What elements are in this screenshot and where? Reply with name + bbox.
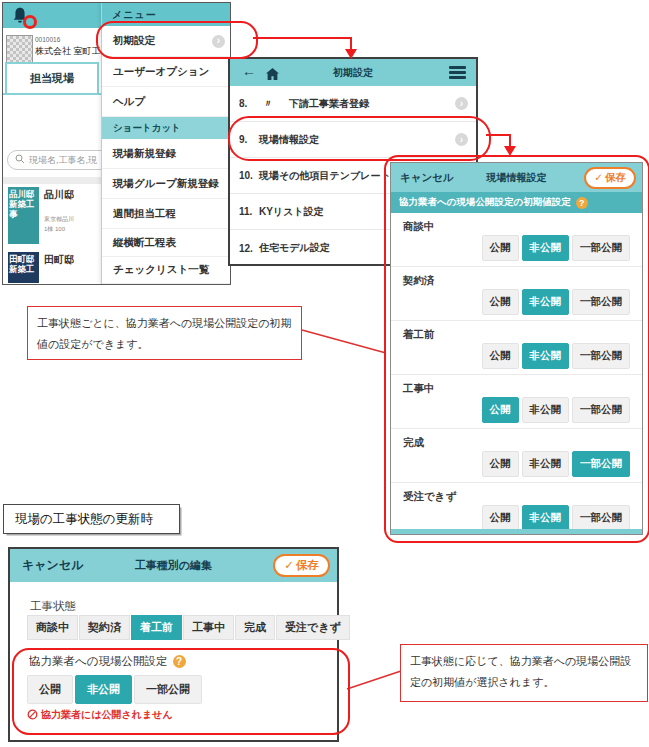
annotation-connector: [350, 37, 352, 50]
settings-item-site-info[interactable]: 9. 現場情報設定 ›: [230, 122, 476, 158]
site-info-header: キャンセル 現場情報設定 ✓ 保存: [391, 163, 642, 192]
option-private[interactable]: 非公開: [522, 235, 570, 261]
option-partial[interactable]: 一部公開: [572, 451, 630, 477]
status-in-progress[interactable]: 工事中: [183, 615, 234, 640]
option-partial[interactable]: 一部公開: [572, 505, 630, 531]
annotation-connector: [253, 37, 352, 39]
publish-setting-row: 着工前 公開 非公開 一部公開: [391, 321, 642, 375]
company-id: 0010016: [35, 36, 60, 43]
callout-default-selected: 工事状態に応じて、協力業者への現場公開設定の初期値が選択されます。: [400, 644, 648, 702]
option-private[interactable]: 非公開: [522, 289, 570, 315]
home-icon[interactable]: [266, 66, 279, 84]
option-public[interactable]: 公開: [482, 343, 519, 369]
site-thumbnail: 品川邸新築工事: [8, 187, 39, 244]
menu-section-shortcut: ショートカット: [102, 117, 231, 139]
option-public[interactable]: 公開: [27, 675, 73, 704]
hamburger-menu-icon[interactable]: [449, 66, 466, 82]
menu-item-help[interactable]: ヘルプ: [102, 87, 231, 117]
option-public[interactable]: 公開: [482, 235, 519, 261]
menu-item-initial-settings[interactable]: 初期設定 ›: [102, 26, 231, 57]
option-partial[interactable]: 一部公開: [572, 343, 630, 369]
publish-setting-row: 完成 公開 非公開 一部公開: [391, 429, 642, 483]
panel-footer-strip: [391, 529, 642, 534]
save-button[interactable]: ✓ 保存: [273, 554, 330, 577]
option-partial[interactable]: 一部公開: [134, 675, 202, 704]
annotation-arrow: [504, 146, 516, 156]
check-icon: ✓: [284, 558, 294, 573]
section-header: 協力業者への現場公開設定の初期値設定 ?: [391, 192, 642, 213]
publish-option-group: 公開 非公開 一部公開: [27, 675, 202, 704]
chevron-right-icon: ›: [212, 35, 225, 48]
work-status-segmented-control: 商談中 契約済 着工前 工事中 完成 受注できず: [27, 615, 350, 640]
app-menu: メニュー 初期設定 › ユーザーオプション ヘルプ ショートカット 現場新規登録…: [101, 3, 231, 284]
option-private[interactable]: 非公開: [75, 675, 132, 704]
chevron-right-icon: ›: [455, 133, 468, 146]
menu-item-new-site-group[interactable]: 現場グループ新規登録: [102, 169, 231, 199]
no-entry-icon: [27, 709, 38, 722]
search-icon: [15, 154, 25, 166]
option-private[interactable]: 非公開: [522, 451, 570, 477]
option-public[interactable]: 公開: [482, 289, 519, 315]
menu-item-user-options[interactable]: ユーザーオプション: [102, 57, 231, 87]
publish-setting-row: 工事中 公開 非公開 一部公開: [391, 375, 642, 429]
settings-item-subcontractor[interactable]: 8. 〃 下請工事業者登録 ›: [230, 86, 476, 122]
menu-item-new-site[interactable]: 現場新規登録: [102, 139, 231, 169]
cancel-button[interactable]: キャンセル: [22, 549, 83, 582]
work-status-label: 工事状態: [30, 599, 76, 614]
menu-item-inspection-list[interactable]: 点検一覧: [102, 284, 231, 285]
company-logo: [6, 35, 33, 64]
option-partial[interactable]: 一部公開: [572, 235, 630, 261]
menu-item-weekly-schedule[interactable]: 週間担当工程: [102, 199, 231, 229]
work-type-edit-panel: キャンセル 工事種別の編集 ✓ 保存 工事状態 商談中 契約済 着工前 工事中 …: [8, 547, 339, 742]
publish-setting-row: 契約済 公開 非公開 一部公開: [391, 267, 642, 321]
site-meta: 1棟 100: [44, 225, 65, 234]
check-icon: ✓: [594, 171, 603, 185]
help-icon[interactable]: ?: [173, 655, 186, 668]
initial-settings-header: ← 初期設定: [230, 59, 476, 86]
option-private[interactable]: 非公開: [522, 397, 570, 423]
status-contracted[interactable]: 契約済: [79, 615, 130, 640]
tab-assigned-sites[interactable]: 担当現場: [5, 62, 99, 93]
publish-setting-row: 商談中 公開 非公開 一部公開: [391, 213, 642, 267]
help-icon[interactable]: ?: [576, 197, 588, 209]
app-screenshot: 0010016 株式会社 室町工務店 担当現場 現場名,工事名,現 品川邸新築工…: [2, 2, 231, 285]
annotation-connector: [509, 134, 511, 147]
site-thumbnail: 田町邸新築工: [8, 252, 39, 283]
label-site-status-update: 現場の工事状態の更新時: [3, 504, 180, 534]
option-private[interactable]: 非公開: [522, 505, 570, 531]
callout-initial-value-setting: 工事状態ごとに、協力業者への現場公開設定の初期値の設定ができます。: [27, 306, 302, 360]
search-placeholder: 現場名,工事名,現: [29, 154, 97, 167]
status-not-won[interactable]: 受注できず: [276, 615, 350, 640]
annotation-connector: [486, 134, 511, 136]
notification-badge: [23, 15, 37, 29]
back-icon[interactable]: ←: [242, 63, 256, 79]
edit-panel-header: キャンセル 工事種別の編集 ✓ 保存: [10, 549, 337, 582]
option-public[interactable]: 公開: [482, 505, 519, 531]
private-warning-text: 協力業者には公開されません: [27, 708, 173, 722]
save-button[interactable]: ✓ 保存: [584, 167, 636, 189]
status-negotiating[interactable]: 商談中: [27, 615, 78, 640]
menu-item-cross-section-schedule[interactable]: 縦横断工程表: [102, 229, 231, 257]
chevron-right-icon: ›: [455, 97, 468, 110]
status-completed[interactable]: 完成: [235, 615, 275, 640]
option-partial[interactable]: 一部公開: [572, 289, 630, 315]
status-before-start[interactable]: 着工前: [131, 615, 182, 640]
option-public[interactable]: 公開: [482, 451, 519, 477]
option-partial[interactable]: 一部公開: [572, 397, 630, 423]
screenshot-canvas: 0010016 株式会社 室町工務店 担当現場 現場名,工事名,現 品川邸新築工…: [0, 0, 649, 747]
cancel-button[interactable]: キャンセル: [400, 163, 454, 192]
option-public[interactable]: 公開: [482, 397, 519, 423]
publish-setting-label: 協力業者への現場公開設定 ?: [29, 654, 186, 669]
site-title: 品川邸: [44, 188, 74, 202]
site-info-settings-panel: キャンセル 現場情報設定 ✓ 保存 協力業者への現場公開設定の初期値設定 ? 商…: [390, 162, 643, 535]
option-private[interactable]: 非公開: [522, 343, 570, 369]
menu-item-checklist[interactable]: チェックリスト一覧: [102, 257, 231, 284]
site-address: 東京都品川: [44, 215, 74, 224]
menu-header: メニュー: [102, 3, 231, 26]
site-title: 田町邸: [44, 253, 74, 267]
